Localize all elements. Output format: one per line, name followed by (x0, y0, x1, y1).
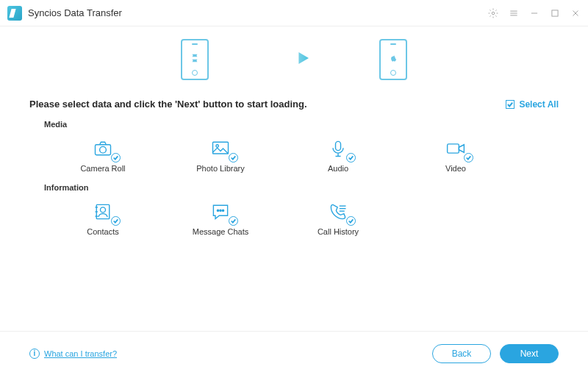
transfer-arrow-icon (275, 46, 313, 73)
svg-point-9 (100, 146, 107, 153)
svg-point-20 (220, 210, 221, 211)
media-grid: Camera Roll Photo Library Audio Video (44, 136, 559, 173)
svg-rect-12 (336, 141, 341, 150)
photo-library-icon (162, 136, 279, 161)
item-photo-library[interactable]: Photo Library (162, 136, 279, 173)
help-text: What can I transfer? (44, 349, 117, 358)
app-logo-icon (7, 6, 22, 21)
item-label: Photo Library (162, 164, 279, 173)
svg-point-11 (216, 145, 219, 148)
camera-roll-icon (44, 136, 162, 161)
footer: i What can I transfer? Back Next (0, 331, 588, 375)
item-label: Contacts (44, 227, 162, 236)
section-information-label: Information (44, 183, 559, 192)
information-grid: Contacts Message Chats Call History (44, 199, 559, 236)
back-button[interactable]: Back (432, 344, 491, 363)
next-button[interactable]: Next (500, 344, 559, 363)
contacts-icon (44, 199, 162, 224)
item-video[interactable]: Video (397, 136, 514, 173)
info-icon: i (29, 349, 40, 359)
menu-icon[interactable] (509, 8, 519, 18)
item-camera-roll[interactable]: Camera Roll (44, 136, 162, 173)
content-area: Please select data and click the 'Next' … (0, 99, 588, 236)
item-label: Video (397, 164, 514, 173)
item-label: Camera Roll (44, 164, 162, 173)
svg-rect-5 (552, 10, 558, 15)
source-phone-icon (181, 39, 209, 80)
select-all-label: Select All (519, 99, 559, 110)
target-phone-icon (379, 39, 407, 80)
item-contacts[interactable]: Contacts (44, 199, 162, 236)
app-title: Syncios Data Transfer (28, 7, 122, 18)
item-label: Message Chats (162, 227, 279, 236)
titlebar: Syncios Data Transfer (0, 0, 588, 26)
svg-point-0 (492, 12, 495, 15)
item-call-history[interactable]: Call History (279, 199, 397, 236)
footer-buttons: Back Next (432, 344, 559, 363)
video-icon (397, 136, 514, 161)
maximize-icon[interactable] (550, 8, 560, 18)
help-link[interactable]: i What can I transfer? (29, 349, 117, 359)
audio-icon (279, 136, 397, 161)
item-label: Audio (279, 164, 397, 173)
section-media-label: Media (44, 120, 559, 129)
item-audio[interactable]: Audio (279, 136, 397, 173)
settings-icon[interactable] (488, 8, 498, 18)
instruction-text: Please select data and click the 'Next' … (29, 99, 307, 110)
svg-point-21 (222, 210, 223, 211)
item-message-chats[interactable]: Message Chats (162, 199, 279, 236)
close-icon[interactable] (570, 8, 581, 18)
item-label: Call History (279, 227, 397, 236)
instruction-row: Please select data and click the 'Next' … (29, 99, 559, 110)
svg-rect-13 (448, 144, 459, 153)
message-chats-icon (162, 199, 279, 224)
svg-point-19 (217, 210, 218, 211)
minimize-icon[interactable] (529, 8, 539, 18)
select-all-toggle[interactable]: Select All (506, 99, 559, 110)
call-history-icon (279, 199, 397, 224)
select-all-checkbox-icon (506, 100, 514, 109)
device-hero (0, 26, 588, 93)
window-controls (488, 8, 581, 18)
svg-point-15 (101, 207, 106, 213)
